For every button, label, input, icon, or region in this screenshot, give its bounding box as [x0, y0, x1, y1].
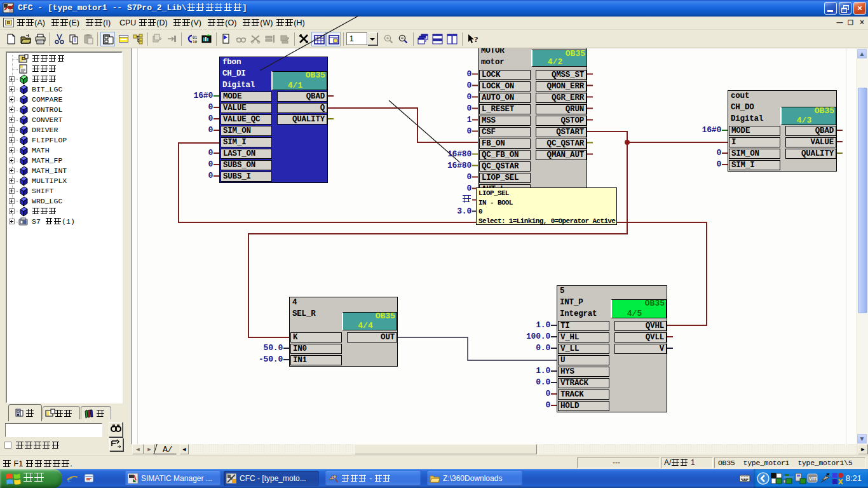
svg-text:?: ? — [474, 34, 478, 44]
svg-text:01: 01 — [193, 35, 198, 39]
svg-text:10: 10 — [193, 39, 198, 44]
svg-text:vm: vm — [809, 475, 817, 482]
